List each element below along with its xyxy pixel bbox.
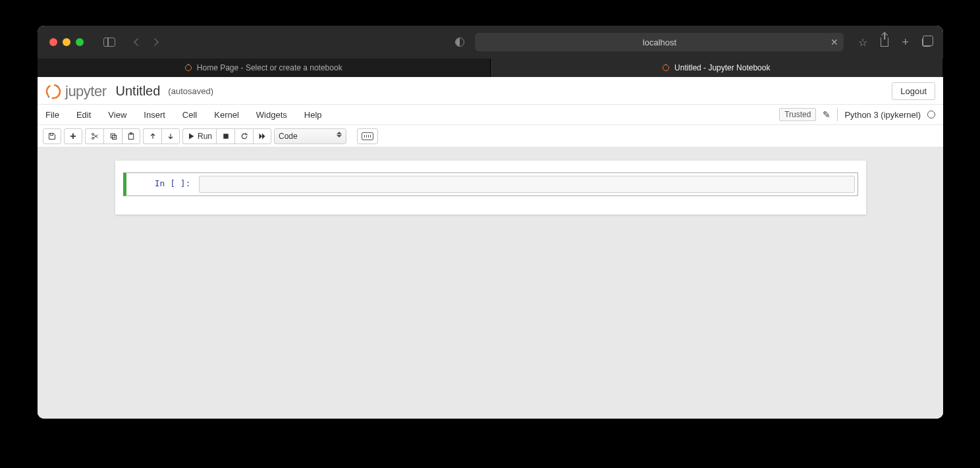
tab-strip: Home Page - Select or create a notebook …	[38, 59, 943, 77]
copy-icon	[109, 132, 117, 140]
fast-forward-icon	[258, 132, 266, 140]
svg-point-1	[57, 85, 59, 87]
menu-file[interactable]: File	[45, 110, 59, 120]
privacy-report-icon[interactable]	[455, 38, 464, 47]
svg-rect-10	[223, 134, 229, 139]
edit-mode-icon[interactable]	[823, 109, 830, 120]
notebook-chrome: jupyter Untitled (autosaved) Logout File…	[38, 77, 943, 147]
separator	[837, 108, 838, 121]
jupyter-logo[interactable]: jupyter	[45, 83, 107, 100]
titlebar: localhost ✕ +	[38, 26, 943, 59]
stop-icon	[222, 132, 230, 140]
code-cell[interactable]: In [ ]:	[123, 172, 858, 196]
tab-untitled-notebook[interactable]: Untitled - Jupyter Notebook	[491, 59, 944, 77]
restart-kernel-button[interactable]	[234, 128, 253, 144]
cut-cell-button[interactable]	[85, 128, 103, 144]
menu-cell[interactable]: Cell	[182, 110, 197, 120]
minimize-window-button[interactable]	[63, 38, 70, 46]
move-cell-up-button[interactable]	[143, 128, 161, 144]
interrupt-kernel-button[interactable]	[216, 128, 234, 144]
copy-cell-button[interactable]	[103, 128, 122, 144]
jupyter-favicon-icon	[663, 65, 669, 71]
menu-widgets[interactable]: Widgets	[256, 110, 287, 120]
menu-kernel[interactable]: Kernel	[214, 110, 239, 120]
tab-overview-icon[interactable]	[922, 38, 931, 47]
arrow-up-icon	[149, 132, 157, 140]
restart-run-all-button[interactable]	[253, 128, 271, 144]
notebook-title[interactable]: Untitled	[116, 84, 161, 99]
run-cell-button[interactable]: Run	[182, 128, 216, 144]
menu-edit[interactable]: Edit	[76, 110, 91, 120]
logout-button[interactable]: Logout	[892, 82, 935, 100]
forward-button[interactable]	[151, 38, 158, 45]
cell-type-select[interactable]: Code	[274, 128, 346, 144]
browser-window: localhost ✕ + Home Page - Select or crea…	[38, 26, 943, 419]
notebook-area: In [ ]:	[38, 147, 943, 419]
svg-point-4	[92, 137, 94, 139]
scissors-icon	[91, 132, 99, 140]
toolbar: +	[38, 125, 943, 147]
code-input[interactable]	[199, 176, 855, 193]
new-tab-button[interactable]: +	[902, 36, 909, 48]
menu-bar-right: Trusted Python 3 (ipykernel)	[779, 108, 935, 121]
play-icon	[187, 132, 195, 140]
url-text: localhost	[643, 38, 676, 47]
svg-rect-3	[51, 133, 53, 135]
jupyter-logo-icon	[45, 84, 61, 99]
menu-bar: File Edit View Insert Cell Kernel Widget…	[38, 104, 943, 125]
maximize-window-button[interactable]	[76, 38, 84, 46]
svg-point-5	[92, 133, 94, 135]
jupyter-favicon-icon	[185, 65, 192, 71]
restart-icon	[240, 132, 248, 140]
svg-rect-7	[112, 135, 116, 139]
back-button[interactable]	[134, 38, 141, 45]
svg-rect-8	[128, 134, 134, 139]
svg-point-2	[48, 95, 50, 97]
menu-view[interactable]: View	[108, 110, 126, 120]
close-window-button[interactable]	[49, 38, 57, 46]
trusted-indicator[interactable]: Trusted	[779, 108, 816, 121]
page-content: jupyter Untitled (autosaved) Logout File…	[38, 77, 943, 419]
address-bar[interactable]: localhost ✕	[475, 33, 844, 51]
paste-icon	[127, 132, 135, 140]
save-icon	[48, 132, 56, 140]
bookmark-icon[interactable]	[858, 36, 867, 49]
notebook-container: In [ ]:	[115, 161, 866, 215]
tab-home-page[interactable]: Home Page - Select or create a notebook	[38, 59, 491, 77]
window-controls	[49, 38, 84, 46]
nav-arrows	[135, 39, 157, 45]
arrow-down-icon	[167, 132, 175, 140]
run-label: Run	[198, 132, 212, 141]
plus-icon: +	[70, 130, 76, 142]
save-button[interactable]	[43, 128, 61, 144]
keyboard-icon	[362, 132, 373, 140]
tab-label: Untitled - Jupyter Notebook	[674, 63, 770, 72]
menus: File Edit View Insert Cell Kernel Widget…	[45, 110, 322, 120]
input-prompt: In [ ]:	[129, 176, 195, 193]
insert-cell-button[interactable]: +	[64, 128, 82, 144]
autosave-status: (autosaved)	[168, 86, 213, 96]
notebook-header: jupyter Untitled (autosaved) Logout	[38, 77, 943, 104]
sidebar-toggle-icon[interactable]	[103, 38, 115, 47]
menu-help[interactable]: Help	[304, 110, 322, 120]
command-palette-button[interactable]	[357, 128, 378, 144]
cell-type-value: Code	[279, 132, 298, 141]
kernel-name[interactable]: Python 3 (ipykernel)	[844, 110, 921, 120]
stop-reload-icon[interactable]: ✕	[830, 38, 838, 47]
titlebar-right-controls: +	[858, 36, 931, 49]
move-cell-down-button[interactable]	[161, 128, 180, 144]
paste-cell-button[interactable]	[122, 128, 140, 144]
menu-insert[interactable]: Insert	[144, 110, 165, 120]
tab-label: Home Page - Select or create a notebook	[197, 63, 342, 72]
svg-rect-6	[111, 134, 115, 138]
jupyter-logo-text: jupyter	[65, 83, 107, 100]
share-icon[interactable]	[881, 38, 888, 47]
kernel-status-icon	[927, 111, 935, 118]
